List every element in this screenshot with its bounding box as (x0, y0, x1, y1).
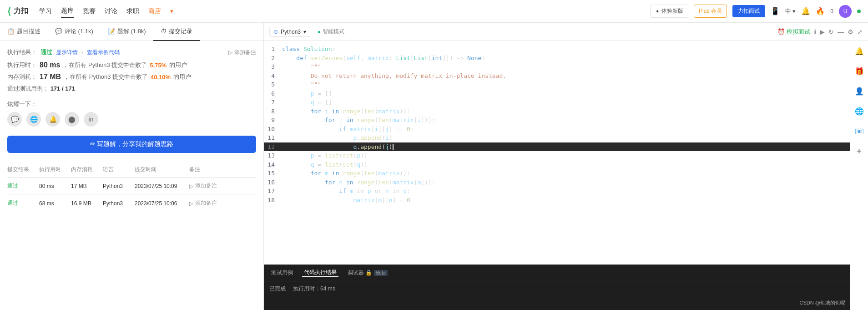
col-note-header: 备注 (189, 166, 256, 173)
info-icon[interactable]: ℹ (814, 28, 816, 36)
share-icons: 💬 🌐 🔔 ⬤ in (7, 112, 256, 127)
code-line-18: 18 matrix[m][n] = 0 (264, 196, 850, 205)
code-editor[interactable]: 1 class Solution: 2 def setZeroes(self, … (264, 41, 850, 264)
add-icon2: ▷ (189, 200, 193, 207)
example-link[interactable]: 查看示例代码 (87, 49, 120, 56)
bell-icon[interactable]: 🔔 (801, 7, 810, 15)
minimize-icon[interactable]: — (838, 28, 844, 36)
settings-icon[interactable]: ⚙ (848, 28, 853, 36)
tab-description[interactable]: 📋 题目描述 (0, 23, 48, 41)
weibo-icon[interactable]: 🌐 (26, 112, 41, 127)
tab-submissions[interactable]: ⏱ 提交记录 (153, 23, 200, 41)
nav-problems[interactable]: 题库 (61, 5, 74, 18)
row2-lang: Python3 (103, 200, 135, 207)
nav-contest[interactable]: 竞赛 (83, 5, 96, 17)
refresh-icon[interactable]: ↻ (828, 28, 834, 36)
sidebar-globe-icon[interactable]: 🌐 (853, 105, 866, 117)
code-line-5: 5 """ (264, 80, 850, 89)
logo-icon: ⟨ (7, 6, 11, 17)
row1-lang: Python3 (103, 183, 135, 189)
ai-dot: ● (318, 29, 321, 35)
tab-test-cases[interactable]: 测试用例 (269, 269, 295, 277)
code-line-11: 11 p.append(i) (264, 133, 850, 142)
exec-label: 执行结果： (7, 48, 37, 56)
col-lang-header: 语言 (103, 166, 135, 173)
col-status-header: 提交结果 (7, 166, 39, 173)
sidebar-add-icon[interactable]: + (853, 145, 866, 158)
arrow-icon: › (81, 49, 83, 56)
main-content: 执行结果： 通过 显示详情 › 查看示例代码 ▷ 添加备注 执行用时： 80 m… (0, 41, 868, 310)
exec-time-label: 执行用时：64 ms (293, 285, 335, 293)
share-label: 炫耀一下： (7, 100, 256, 108)
clock-icon: ⏰ (777, 28, 785, 35)
test-label: 通过测试用例： (7, 85, 49, 92)
interview-button[interactable]: 力扣面试 (732, 5, 765, 17)
row1-time: 80 ms (39, 183, 71, 189)
logo[interactable]: ⟨ 力扣 (7, 6, 28, 17)
code-line-2: 2 def setZeroes(self, matrix: List[List[… (264, 54, 850, 63)
lang-dropdown-icon: ▾ (303, 29, 306, 35)
row1-note[interactable]: ▷ 添加备注 (189, 182, 256, 190)
wechat-icon[interactable]: 💬 (7, 112, 22, 127)
bell-share-icon[interactable]: 🔔 (45, 112, 60, 127)
row2-status[interactable]: 通过 (7, 199, 39, 207)
write-solution-button[interactable]: ✏ 写题解，分享我的解题思路 (7, 136, 256, 153)
nav-discuss[interactable]: 讨论 (105, 5, 117, 17)
sidebar-gift-icon[interactable]: 🎁 (853, 65, 866, 77)
experience-button[interactable]: ✦ 体验新版 (650, 5, 688, 18)
code-line-3: 3 """ (264, 62, 850, 71)
shop-dropdown-icon[interactable]: ▾ (170, 8, 173, 15)
lang-switch[interactable]: 中 ▾ (785, 7, 796, 15)
sidebar-mail-icon[interactable]: 📧 (853, 125, 866, 137)
time-stat-row: 执行用时： 80 ms ，在所有 Python3 提交中击败了 5.75% 的用… (7, 61, 256, 69)
nav-shop[interactable]: 商店 (148, 5, 161, 17)
table-header: 提交结果 执行用时 内存消耗 语言 提交时间 备注 (7, 162, 256, 178)
mem-desc: ，在所有 Python3 提交中击败了 (64, 73, 148, 81)
row1-status[interactable]: 通过 (7, 182, 39, 190)
sidebar-user-icon[interactable]: 👤 (853, 85, 866, 97)
expand-icon[interactable]: ⤢ (857, 28, 863, 36)
time-icon: ⏱ (161, 28, 167, 35)
sub-tabs: 📋 题目描述 💬 评论 (1.1k) 📝 题解 (1.8k) ⏱ 提交记录 ⊙ … (0, 23, 868, 41)
top-nav: ⟨ 力扣 学习 题库 竞赛 讨论 求职 商店 ▾ ✦ 体验新版 Plus 会员 … (0, 0, 868, 23)
douban-icon[interactable]: ⬤ (65, 112, 79, 127)
ai-mode[interactable]: ● 智能模式 (318, 28, 344, 36)
play-icon[interactable]: ▶ (820, 28, 825, 36)
nav-items: 学习 题库 竞赛 讨论 求职 商店 ▾ (39, 5, 173, 18)
nav-jobs[interactable]: 求职 (126, 5, 139, 17)
right-actions: ⏰ 模拟面试 ℹ ▶ ↻ — ⚙ ⤢ (777, 28, 863, 36)
table-row: 通过 80 ms 17 MB Python3 2023/07/25 10:09 … (7, 178, 256, 195)
lock-icon: 🔒 (365, 269, 373, 276)
row2-note[interactable]: ▷ 添加备注 (189, 199, 256, 207)
mem-pct: 40.10% (151, 74, 171, 81)
phone-icon[interactable]: 📱 (771, 7, 780, 15)
add-note-button[interactable]: ▷ 添加备注 (228, 49, 256, 56)
plus-button[interactable]: Plus 会员 (694, 5, 727, 18)
nav-learn[interactable]: 学习 (39, 5, 52, 17)
logo-text: 力扣 (14, 6, 28, 16)
linkedin-icon[interactable]: in (84, 112, 98, 127)
nav-right: ✦ 体验新版 Plus 会员 力扣面试 📱 中 ▾ 🔔 🔥 0 U (650, 5, 861, 18)
avatar[interactable]: U (839, 5, 852, 18)
mock-interview-button[interactable]: ⏰ 模拟面试 (777, 28, 810, 36)
time-desc: ，在所有 Python3 提交中击败了 (63, 61, 147, 69)
col-time-header: 执行用时 (39, 166, 71, 173)
tab-debugger[interactable]: 调试器 🔒 Beta (346, 269, 389, 277)
action-icons: ℹ ▶ ↻ — ⚙ ⤢ (814, 28, 863, 36)
code-line-12: 12 q.append(j) (264, 142, 850, 152)
tab-comments[interactable]: 💬 评论 (1.1k) (48, 23, 101, 41)
code-line-10: 10 if matrix[i][j] == 0: (264, 125, 850, 134)
time-val: 80 ms (40, 61, 60, 69)
sidebar-notification-icon[interactable]: 🔔 (853, 45, 866, 57)
language-selector[interactable]: ⊙ Python3 ▾ (269, 27, 310, 37)
description-icon: 📋 (7, 28, 15, 35)
comment-icon: 💬 (55, 28, 62, 35)
left-panel: 执行结果： 通过 显示详情 › 查看示例代码 ▷ 添加备注 执行用时： 80 m… (0, 41, 264, 310)
time-pct: 5.75% (150, 62, 167, 69)
tab-exec-result[interactable]: 代码执行结果 (302, 269, 338, 277)
tab-solutions[interactable]: 📝 题解 (1.8k) (101, 23, 153, 41)
details-link[interactable]: 显示详情 (56, 49, 78, 56)
fire-icon[interactable]: 🔥 (816, 7, 825, 15)
right-sidebar: 🔔 🎁 👤 🌐 📧 + (850, 41, 868, 310)
bottom-panel: 测试用例 代码执行结果 调试器 🔒 Beta 已完成 执行用时：64 ms (264, 264, 850, 310)
